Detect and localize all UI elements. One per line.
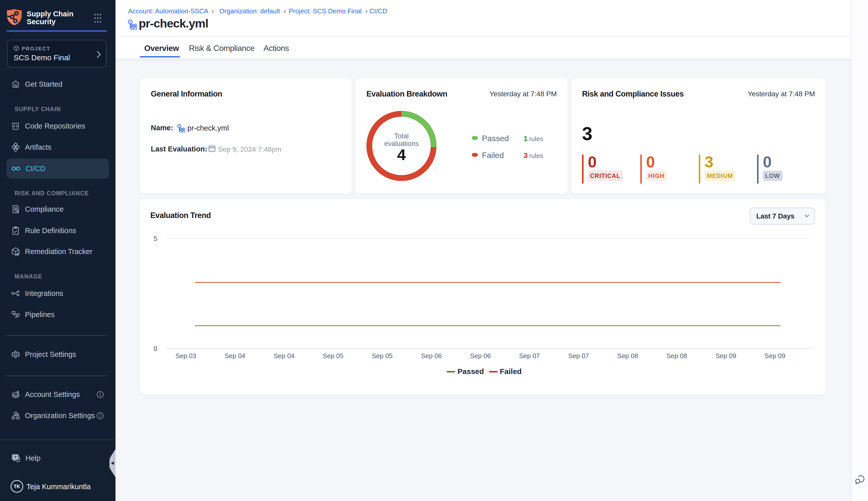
svg-text:?: ? [14,455,17,459]
